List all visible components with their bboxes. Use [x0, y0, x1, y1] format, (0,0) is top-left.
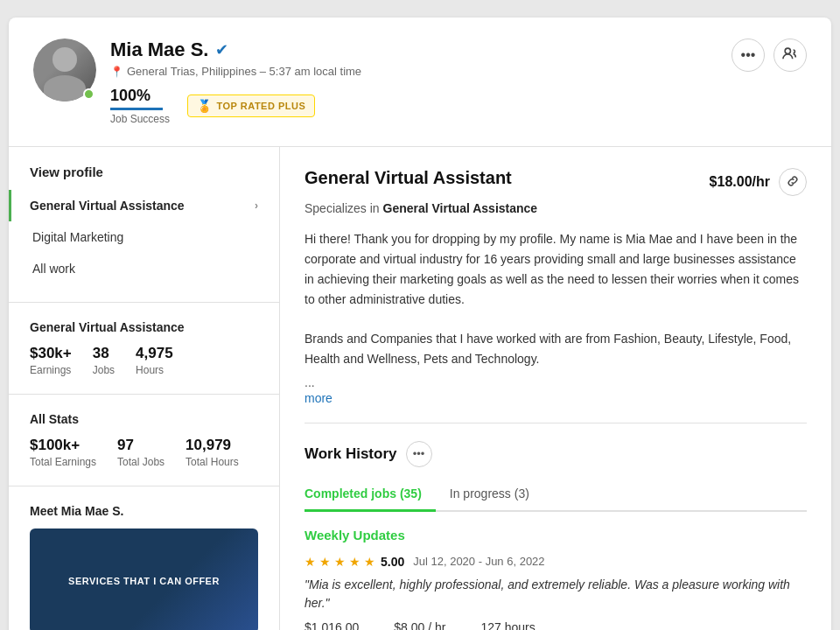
more-link[interactable]: more: [304, 391, 332, 405]
location-pin-icon: 📍: [110, 66, 123, 78]
review-stars-row: ★ ★ ★ ★ ★ 5.00 Jul 12, 2020 - Jun 6, 202…: [304, 555, 807, 569]
total-hours-stat: 10,979 Total Hours: [186, 437, 239, 468]
review-text: "Mia is excellent, highly professional, …: [304, 576, 807, 613]
more-options-button[interactable]: •••: [732, 38, 765, 72]
hours-value: 4,975: [136, 345, 173, 362]
profile-info: Mia Mae S. ✔ 📍 General Trias, Philippine…: [110, 38, 361, 125]
job-success-block: 100% Job Success: [110, 87, 170, 125]
profile-name-row: Mia Mae S. ✔: [110, 38, 361, 61]
general-va-label: General Virtual Assistance: [30, 199, 185, 213]
medal-icon: 🏅: [197, 99, 213, 113]
top-rated-badge: 🏅 TOP RATED PLUS: [187, 94, 315, 117]
total-earnings-stat: $100k+ Total Earnings: [30, 437, 96, 468]
invite-button[interactable]: [774, 38, 807, 72]
all-stats-section: All Stats $100k+ Total Earnings 97 Total…: [9, 395, 279, 486]
sidebar-item-digital-marketing[interactable]: Digital Marketing: [30, 221, 258, 253]
sidebar-item-general-va[interactable]: General Virtual Assistance ›: [9, 190, 258, 221]
specializes-specialty: General Virtual Assistance: [383, 201, 538, 215]
review-score: 5.00: [381, 555, 404, 569]
svg-point-0: [785, 48, 790, 53]
all-stats-row: $100k+ Total Earnings 97 Total Jobs 10,9…: [30, 437, 258, 468]
total-earnings-value: $100k+: [30, 437, 96, 454]
star-5: ★: [364, 555, 375, 569]
review-item: ★ ★ ★ ★ ★ 5.00 Jul 12, 2020 - Jun 6, 202…: [304, 555, 807, 630]
total-hours-value: 10,979: [186, 437, 239, 454]
review-date: Jul 12, 2020 - Jun 6, 2022: [413, 555, 544, 568]
total-earnings-label: Total Earnings: [30, 456, 96, 468]
all-stats-title: All Stats: [30, 412, 258, 426]
online-indicator: [83, 88, 94, 100]
view-profile-section: View profile General Virtual Assistance …: [9, 147, 279, 303]
job-success-percent: 100%: [110, 87, 170, 105]
digital-marketing-label: Digital Marketing: [32, 230, 123, 244]
star-1: ★: [304, 555, 316, 569]
star-3: ★: [334, 555, 346, 569]
all-work-label: All work: [32, 262, 75, 276]
job-header: General Virtual Assistant $18.00/hr: [304, 168, 807, 196]
job-success-bar: [110, 108, 163, 110]
job-category-title: Weekly Updates: [304, 528, 807, 542]
sidebar: View profile General Virtual Assistance …: [9, 147, 280, 630]
review-hours: 127 hours: [480, 620, 535, 630]
tab-completed-jobs[interactable]: Completed jobs (35): [304, 480, 436, 512]
ellipsis: ...: [304, 375, 807, 389]
earnings-value: $30k+: [30, 345, 72, 362]
total-jobs-label: Total Jobs: [117, 456, 164, 468]
review-meta: $1,016.00 $8.00 / hr 127 hours: [304, 620, 807, 630]
job-success-label: Job Success: [110, 113, 170, 125]
job-rate: $18.00/hr: [710, 174, 770, 190]
job-rate-row: $18.00/hr: [710, 168, 807, 196]
star-2: ★: [319, 555, 331, 569]
badge-label: TOP RATED PLUS: [217, 101, 306, 111]
link-button[interactable]: [779, 168, 807, 196]
profile-name: Mia Mae S.: [110, 38, 208, 61]
star-4: ★: [349, 555, 360, 569]
category-stats-title: General Virtual Assistance: [30, 320, 258, 334]
location-text: General Trias, Philippines – 5:37 am loc…: [127, 65, 361, 78]
profile-header-left: Mia Mae S. ✔ 📍 General Trias, Philippine…: [33, 38, 361, 125]
profile-badges: 100% Job Success 🏅 TOP RATED PLUS: [110, 87, 361, 125]
category-stats-row: $30k+ Earnings 38 Jobs 4,975 Hours: [30, 345, 258, 376]
profile-location: 📍 General Trias, Philippines – 5:37 am l…: [110, 65, 361, 78]
tab-in-progress[interactable]: In progress (3): [436, 480, 543, 512]
jobs-label: Jobs: [93, 364, 115, 376]
profile-card: Mia Mae S. ✔ 📍 General Trias, Philippine…: [9, 18, 831, 630]
meet-thumbnail: SERVICES THAT I CAN OFFER: [30, 528, 258, 630]
work-history-header: Work History •••: [304, 441, 807, 467]
hours-stat: 4,975 Hours: [136, 345, 173, 376]
review-rate: $8.00 / hr: [394, 620, 445, 630]
ellipsis-icon: •••: [741, 47, 756, 63]
total-hours-label: Total Hours: [186, 456, 239, 468]
work-history-tabs: Completed jobs (35) In progress (3): [304, 480, 807, 512]
people-icon: [782, 46, 798, 65]
jobs-stat: 38 Jobs: [93, 345, 115, 376]
specializes-prefix: Specializes in: [304, 201, 380, 215]
meet-thumbnail-text: SERVICES THAT I CAN OFFER: [61, 569, 227, 593]
jobs-value: 38: [93, 345, 115, 362]
job-description: Hi there! Thank you for dropping by my p…: [304, 229, 807, 310]
profile-header: Mia Mae S. ✔ 📍 General Trias, Philippine…: [9, 18, 831, 147]
job-title: General Virtual Assistant: [304, 168, 512, 188]
avatar: [33, 38, 96, 102]
hours-label: Hours: [136, 364, 173, 376]
view-profile-title: View profile: [30, 164, 258, 179]
job-description-2: Brands and Companies that I have worked …: [304, 329, 807, 369]
category-stats-section: General Virtual Assistance $30k+ Earning…: [9, 303, 279, 395]
total-jobs-stat: 97 Total Jobs: [117, 437, 164, 468]
meet-title: Meet Mia Mae S.: [30, 504, 258, 518]
work-history-options-button[interactable]: •••: [406, 441, 432, 467]
header-actions: •••: [732, 38, 807, 72]
dots-icon: •••: [413, 447, 425, 460]
link-icon: [787, 175, 799, 190]
total-jobs-value: 97: [117, 437, 164, 454]
earnings-stat: $30k+ Earnings: [30, 345, 72, 376]
review-amount: $1,016.00: [304, 620, 359, 630]
main-content: General Virtual Assistant $18.00/hr S: [280, 147, 831, 630]
divider: [304, 423, 807, 424]
chevron-right-icon: ›: [255, 200, 258, 212]
meet-section: Meet Mia Mae S. SERVICES THAT I CAN OFFE…: [9, 486, 279, 630]
body-layout: View profile General Virtual Assistance …: [9, 147, 831, 630]
earnings-label: Earnings: [30, 364, 72, 376]
work-history-title: Work History: [304, 445, 397, 463]
sidebar-item-all-work[interactable]: All work: [30, 253, 258, 284]
